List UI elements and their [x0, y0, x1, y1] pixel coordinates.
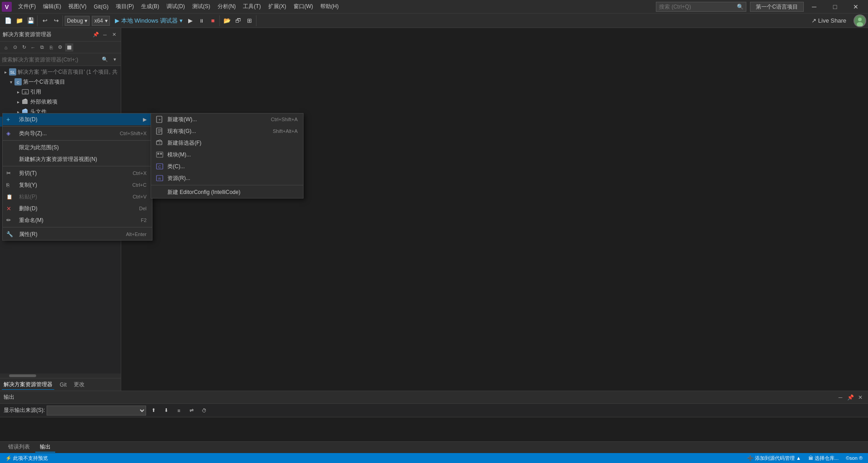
tab-git[interactable]: Git [58, 381, 68, 389]
ctx-sub-new-item[interactable]: + 新建项(W)... Ctrl+Shift+A [151, 113, 303, 125]
live-share-button[interactable]: ↗ Live Share [808, 15, 850, 26]
ctx-sub-resource-item[interactable]: R 资源(R)... [151, 172, 303, 184]
ctx-new-view-item[interactable]: 新建解决方案资源管理器视图(N) [3, 153, 152, 165]
project-item[interactable]: ▾ C 第一个C语言项目 [0, 77, 121, 87]
new-file-button[interactable]: 📄 [3, 15, 14, 26]
references-item[interactable]: ▸ ⊕ 引用 [0, 87, 121, 97]
panel-minimize-icon[interactable]: ─ [101, 31, 109, 39]
save-all-button[interactable]: 💾 [25, 15, 36, 26]
output-source-select[interactable] [47, 406, 146, 416]
ctx-delete-item[interactable]: ✕ 删除(D) Del [3, 203, 152, 214]
ctx-copy-icon-area: ⎘ [6, 182, 19, 188]
settings-icon[interactable]: ⚙ [56, 43, 64, 52]
ctx-copy-item[interactable]: ⎘ 复制(Y) Ctrl+C [3, 179, 152, 191]
close-button[interactable]: ✕ [845, 0, 866, 14]
redo-button[interactable]: ↪ [51, 15, 62, 26]
pin-icon[interactable]: 📌 [92, 31, 100, 39]
ctx-sub-editorconfig-item[interactable]: 新建 EditorConfig (IntelliCode) [151, 186, 303, 198]
copy2-icon[interactable]: ⎘ [47, 43, 55, 52]
arch-config-dropdown[interactable]: x64 ▾ [92, 16, 109, 26]
nav-extra-button[interactable]: ⊞ [244, 15, 255, 26]
continue-button[interactable]: ▶ [185, 15, 196, 26]
ctx-sub-existing-shortcut: Shift+Alt+A [273, 128, 298, 134]
run-button[interactable]: ▶ 本地 Windows 调试器 ▾ [113, 16, 185, 26]
menu-extensions[interactable]: 扩展(X) [265, 1, 290, 12]
ctx-sub-new-filter-item[interactable]: + 新建筛选器(F) [151, 137, 303, 149]
ctx-sub-class-item[interactable]: C 类(C)... [151, 161, 303, 172]
window-controls: ─ □ ✕ [804, 0, 866, 14]
status-repo[interactable]: 🏛 选择仓库... [806, 455, 840, 462]
project-label: 第一个C语言项目 [23, 78, 65, 86]
output-history-btn[interactable]: ⏱ [199, 405, 209, 416]
ctx-delete-label: 删除(D) [19, 205, 130, 213]
menu-tools[interactable]: 工具(T) [239, 1, 264, 12]
menu-test[interactable]: 测试(S) [189, 1, 214, 12]
stop-button[interactable]: ■ [208, 15, 218, 26]
copy-icon[interactable]: ⧉ [38, 43, 46, 52]
ctx-class-wizard-item[interactable]: ◈ 类向导(Z)... Ctrl+Shift+X [3, 128, 152, 139]
ctx-rename-item[interactable]: ✏ 重命名(M) F2 [3, 214, 152, 226]
project-title-button[interactable]: 第一个C语言项目 [750, 2, 804, 12]
home-icon[interactable]: ⊙ [11, 43, 19, 52]
panel-search-icon[interactable]: 🔍 [101, 56, 109, 64]
tab-output[interactable]: 输出 [35, 442, 55, 453]
ctx-cut-item[interactable]: ✂ 剪切(T) Ctrl+X [3, 167, 152, 179]
tab-solution-explorer[interactable]: 解决方案资源管理器 [2, 380, 54, 390]
pause-button[interactable]: ⏸ [196, 15, 207, 26]
menu-analyze[interactable]: 分析(N) [214, 1, 240, 12]
module-icon [155, 150, 165, 160]
panel-search-options[interactable]: ▾ [111, 56, 119, 64]
maximize-button[interactable]: □ [825, 0, 845, 14]
back-nav-icon[interactable]: ← [29, 43, 37, 52]
output-close-btn[interactable]: ✕ [856, 393, 864, 402]
tab-error-list[interactable]: 错误列表 [4, 442, 34, 453]
menu-help[interactable]: 帮助(H) [317, 1, 342, 12]
back-icon[interactable]: ⌂ [2, 43, 10, 52]
output-scroll-up-btn[interactable]: ⬆ [148, 405, 159, 416]
ctx-properties-item[interactable]: 🔧 属性(R) Alt+Enter [3, 228, 152, 240]
search-input[interactable] [656, 2, 746, 12]
solution-root-item[interactable]: ▸ SL 解决方案 '第一个C语言项目' (1 个项目, 共 [0, 67, 121, 77]
status-preview[interactable]: ⚡ 此项不支持预览 [4, 455, 50, 462]
solution-icon: SL [9, 68, 16, 76]
scroll-thumb[interactable] [9, 374, 36, 377]
output-wrap-btn[interactable]: ⇌ [186, 405, 197, 416]
menu-window[interactable]: 窗口(W) [290, 1, 317, 12]
refresh-icon[interactable]: ↻ [20, 43, 28, 52]
svg-marker-12 [22, 99, 28, 100]
menu-view[interactable]: 视图(V) [65, 1, 90, 12]
menu-git[interactable]: Git(G) [90, 2, 112, 12]
output-pin-btn[interactable]: 📌 [846, 393, 854, 402]
ctx-add-item[interactable]: + 添加(D) ▶ [3, 113, 152, 125]
nav-window-button[interactable]: 🗗 [233, 15, 244, 26]
output-scroll-down-btn[interactable]: ⬇ [161, 405, 171, 416]
ctx-sub-module-item[interactable]: 模块(M)... [151, 149, 303, 161]
external-deps-item[interactable]: ▸ 外部依赖项 [0, 97, 121, 107]
horizontal-scrollbar[interactable] [0, 373, 121, 378]
view-toggle-icon[interactable]: ▦ [65, 43, 73, 52]
menu-edit[interactable]: 编辑(E) [39, 1, 65, 12]
user-avatar[interactable] [854, 14, 866, 27]
ctx-class-wizard-shortcut: Ctrl+Shift+X [120, 131, 147, 136]
new-item-icon: + [155, 114, 165, 124]
ctx-sub-existing-item[interactable]: 现有项(G)... Shift+Alt+A [151, 125, 303, 137]
panel-close-icon[interactable]: ✕ [110, 31, 118, 39]
status-source-control[interactable]: ➕ 添加到源代码管理 ▲ [745, 455, 803, 462]
status-encoding[interactable]: ©son ® [844, 455, 864, 461]
debug-config-dropdown[interactable]: Debug ▾ [65, 16, 90, 26]
panel-search-input[interactable] [2, 57, 99, 63]
minimize-button[interactable]: ─ [804, 0, 825, 14]
output-clear-btn[interactable]: ≡ [173, 405, 184, 416]
ctx-scope-item[interactable]: 限定为此范围(S) [3, 142, 152, 153]
menu-build[interactable]: 生成(B) [138, 1, 163, 12]
ctx-sub-existing-label: 现有项(G)... [167, 128, 264, 135]
menu-debug[interactable]: 调试(D) [163, 1, 189, 12]
tab-changes[interactable]: 更改 [72, 380, 86, 389]
output-minimize-btn[interactable]: ─ [836, 393, 844, 402]
menu-project[interactable]: 项目(P) [112, 1, 138, 12]
nav-folder-button[interactable]: 📂 [222, 15, 232, 26]
open-file-button[interactable]: 📁 [14, 15, 25, 26]
undo-button[interactable]: ↩ [39, 15, 50, 26]
context-menu-sub: + 新建项(W)... Ctrl+Shift+A 现有项(G)... Shift… [151, 113, 304, 198]
menu-file[interactable]: 文件(F) [14, 1, 39, 12]
